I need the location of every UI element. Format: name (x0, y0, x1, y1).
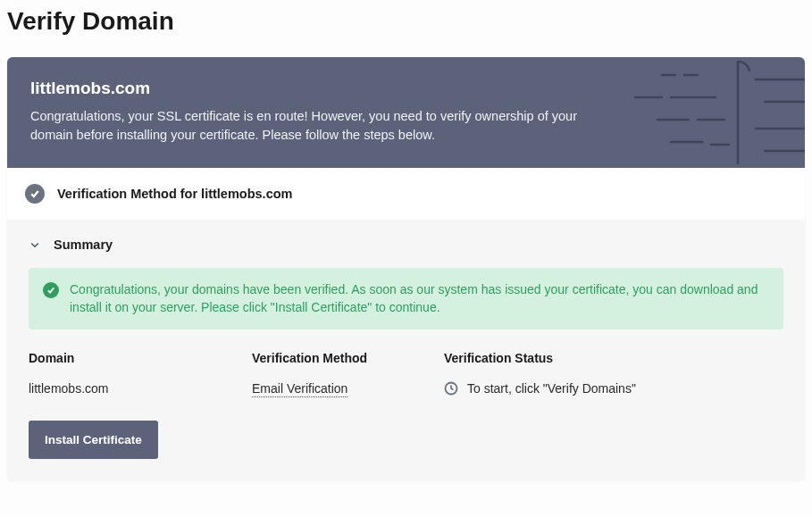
cell-domain: littlemobs.com (29, 381, 252, 396)
verification-method-link[interactable]: Email Verification (252, 381, 347, 397)
domain-banner: littlemobs.com Congratulations, your SSL… (7, 57, 805, 168)
header-method: Verification Method (252, 351, 444, 365)
domains-table: Domain Verification Method Verification … (29, 351, 783, 421)
clock-icon (444, 381, 458, 396)
summary-header[interactable]: Summary (29, 238, 783, 252)
certificate-decoration-icon (608, 57, 805, 164)
table-header-row: Domain Verification Method Verification … (29, 351, 783, 381)
verify-domain-card: littlemobs.com Congratulations, your SSL… (7, 57, 805, 480)
status-text: To start, click "Verify Domains" (467, 381, 636, 396)
success-check-icon (43, 282, 59, 298)
banner-domain-name: littlemobs.com (30, 79, 782, 98)
success-message: Congratulations, your domains have been … (70, 280, 769, 317)
cell-method: Email Verification (252, 381, 444, 396)
summary-title: Summary (54, 238, 113, 252)
banner-message: Congratulations, your SSL certificate is… (30, 107, 584, 145)
header-status: Verification Status (444, 351, 783, 365)
table-row: littlemobs.com Email Verification To sta… (29, 381, 783, 421)
check-circle-icon (25, 184, 45, 204)
verification-heading: Verification Method for littlemobs.com (57, 187, 292, 201)
summary-section: Summary Congratulations, your domains ha… (7, 220, 805, 480)
page-title: Verify Domain (7, 7, 805, 36)
header-domain: Domain (29, 351, 252, 365)
success-alert: Congratulations, your domains have been … (29, 268, 783, 329)
verification-method-section: Verification Method for littlemobs.com (7, 168, 805, 220)
chevron-down-icon (29, 238, 41, 251)
cell-status: To start, click "Verify Domains" (444, 381, 783, 396)
install-certificate-button[interactable]: Install Certificate (29, 421, 158, 459)
